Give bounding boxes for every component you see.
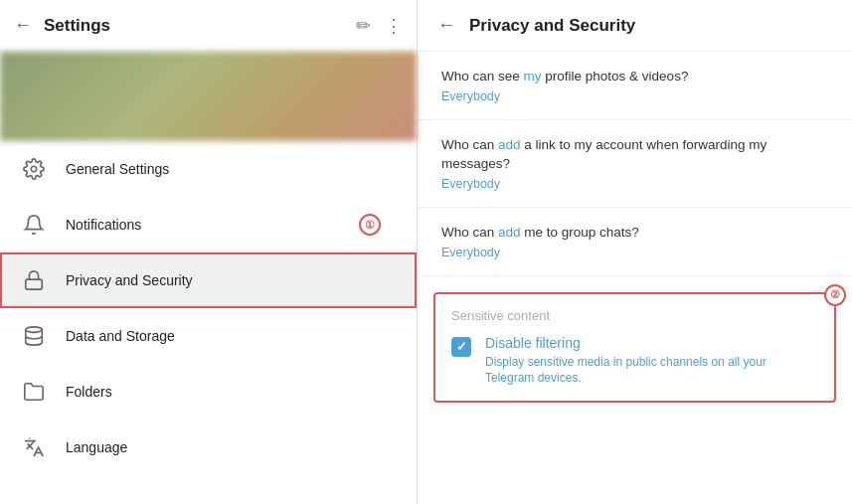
nav-label-general: General Settings — [66, 161, 397, 177]
privacy-answer-photos: Everybody — [441, 89, 828, 103]
database-icon — [20, 322, 48, 350]
nav-list: General Settings Notifications ① Privacy… — [0, 141, 417, 504]
left-back-button[interactable]: ← — [14, 15, 32, 36]
privacy-question-photos: Who can see my profile photos & videos? — [441, 68, 828, 86]
privacy-answer-forward: Everybody — [441, 177, 828, 191]
annotation-badge-1: ① — [359, 214, 381, 236]
privacy-item-photos[interactable]: Who can see my profile photos & videos? … — [418, 52, 852, 120]
disable-filtering-desc: Display sensitive media in public channe… — [485, 354, 818, 388]
left-title: Settings — [44, 16, 342, 36]
privacy-question-groups: Who can add me to group chats? — [441, 224, 828, 243]
nav-item-general[interactable]: General Settings — [0, 141, 417, 197]
gear-icon — [20, 155, 48, 183]
sensitive-text: Disable filtering Display sensitive medi… — [485, 335, 818, 388]
privacy-item-forward[interactable]: Who can add a link to my account when fo… — [418, 120, 852, 208]
annotation-badge-2: ② — [824, 284, 846, 306]
more-icon[interactable]: ⋮ — [385, 15, 403, 37]
disable-filtering-checkbox[interactable] — [451, 337, 471, 357]
right-title: Privacy and Security — [469, 16, 635, 36]
sensitive-content-section: Sensitive content Disable filtering Disp… — [433, 292, 836, 404]
sensitive-row: Disable filtering Display sensitive medi… — [451, 335, 818, 388]
privacy-answer-groups: Everybody — [441, 246, 828, 259]
profile-banner — [0, 52, 417, 141]
nav-label-data: Data and Storage — [66, 328, 397, 344]
edit-icon[interactable]: ✏ — [356, 15, 371, 37]
right-panel: ← Privacy and Security Who can see my pr… — [418, 0, 852, 504]
sensitive-content-title: Sensitive content — [451, 308, 818, 323]
bell-icon — [20, 211, 48, 239]
folder-icon — [20, 378, 48, 406]
nav-item-data[interactable]: Data and Storage — [0, 308, 417, 364]
privacy-item-groups[interactable]: Who can add me to group chats? Everybody — [418, 208, 852, 276]
left-panel: ← Settings ✏ ⋮ General Settings — [0, 0, 418, 504]
privacy-question-forward: Who can add a link to my account when fo… — [441, 136, 828, 174]
nav-label-language: Language — [66, 439, 397, 455]
svg-point-2 — [26, 327, 43, 333]
translate-icon — [20, 433, 48, 461]
right-back-button[interactable]: ← — [437, 15, 455, 36]
nav-label-folders: Folders — [66, 384, 397, 400]
nav-label-privacy: Privacy and Security — [66, 272, 397, 288]
right-header: ← Privacy and Security — [418, 0, 852, 52]
lock-icon — [20, 266, 48, 294]
svg-rect-1 — [26, 279, 43, 289]
nav-item-language[interactable]: Language — [0, 420, 417, 475]
disable-filtering-label: Disable filtering — [485, 335, 818, 351]
nav-item-folders[interactable]: Folders — [0, 364, 417, 420]
nav-label-notifications: Notifications — [66, 217, 397, 233]
right-content: Who can see my profile photos & videos? … — [418, 52, 852, 504]
nav-item-privacy[interactable]: Privacy and Security — [0, 252, 417, 308]
svg-point-0 — [31, 166, 37, 172]
left-header: ← Settings ✏ ⋮ — [0, 0, 417, 52]
nav-item-notifications[interactable]: Notifications ① — [0, 197, 417, 252]
